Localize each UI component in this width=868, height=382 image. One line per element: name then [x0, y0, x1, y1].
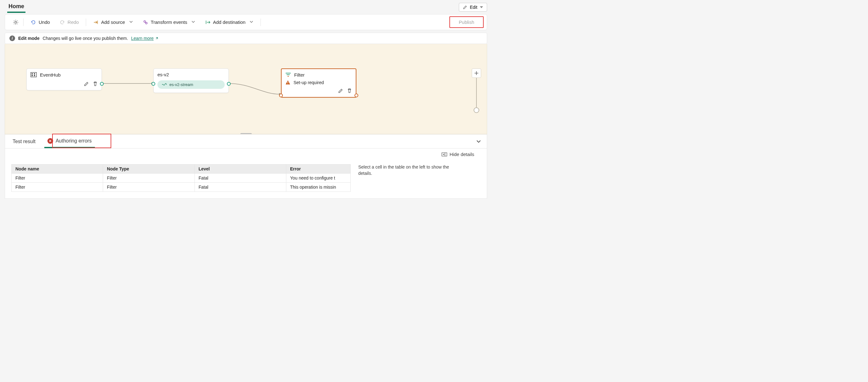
transform-label: Transform events	[151, 20, 187, 25]
node-edit-button[interactable]	[338, 88, 344, 94]
svg-rect-11	[287, 83, 288, 84]
errors-table[interactable]: Node name Node Type Level Error Filter F…	[11, 164, 351, 192]
stream-name: es-v2-stream	[169, 82, 193, 87]
cell-node-name[interactable]: Filter	[12, 174, 103, 183]
chevron-down-icon	[191, 20, 195, 25]
transform-icon	[143, 20, 148, 25]
stream-icon	[162, 82, 167, 87]
tab-test-result[interactable]: Test result	[9, 135, 39, 147]
learn-more-link[interactable]: Learn more	[131, 36, 159, 41]
zoom-handle[interactable]	[474, 107, 479, 113]
node-eventhub-title: EventHub	[40, 72, 61, 77]
output-port[interactable]	[354, 94, 358, 97]
col-node-type[interactable]: Node Type	[103, 165, 194, 174]
cell-error[interactable]: This operation is missin	[286, 183, 350, 192]
pencil-icon	[338, 88, 343, 93]
external-link-icon	[155, 36, 159, 40]
info-icon: i	[9, 35, 15, 41]
col-node-name[interactable]: Node name	[12, 165, 103, 174]
edit-mode-banner: i Edit mode Changes will go live once yo…	[5, 33, 487, 44]
panel-collapse-icon	[441, 152, 447, 157]
svg-rect-9	[34, 75, 35, 76]
collapse-panel-button[interactable]	[475, 137, 483, 145]
undo-button[interactable]: Undo	[28, 18, 53, 27]
node-eventhub[interactable]: EventHub	[26, 68, 102, 91]
edit-mode-message: Changes will go live once you publish th…	[43, 36, 128, 41]
undo-icon	[30, 20, 36, 25]
add-node-button[interactable]	[472, 68, 481, 78]
node-filter-title: Filter	[294, 72, 305, 77]
redo-button[interactable]: Redo	[57, 18, 82, 27]
publish-button[interactable]: Publish	[450, 16, 484, 28]
learn-more-label: Learn more	[131, 36, 154, 41]
hide-details-button[interactable]: Hide details	[441, 151, 474, 157]
table-row[interactable]: Filter Filter Fatal This operation is mi…	[12, 183, 351, 192]
stream-pill[interactable]: es-v2-stream	[157, 80, 225, 89]
tab-test-result-label: Test result	[12, 139, 35, 144]
svg-rect-7	[34, 73, 35, 74]
node-filter[interactable]: Filter Set-up required	[281, 68, 356, 98]
output-port[interactable]	[100, 82, 104, 86]
col-level[interactable]: Level	[194, 165, 286, 174]
details-help-text: Select a cell in the table on the left t…	[358, 164, 453, 194]
table-header-row: Node name Node Type Level Error	[12, 165, 351, 174]
pencil-icon	[84, 81, 89, 86]
redo-icon	[59, 20, 65, 25]
node-edit-button[interactable]	[83, 81, 90, 87]
trash-icon	[347, 88, 352, 93]
caret-down-icon	[480, 6, 483, 8]
node-esv2[interactable]: es-v2 es-v2-stream	[153, 68, 229, 93]
add-source-button[interactable]: Add source	[91, 18, 136, 27]
node-delete-button[interactable]	[346, 88, 352, 94]
svg-rect-8	[32, 75, 33, 76]
input-port[interactable]	[152, 82, 155, 86]
output-port[interactable]	[227, 82, 231, 86]
header-bar: Home Edit	[2, 0, 490, 13]
filter-icon	[285, 72, 291, 77]
settings-button[interactable]	[12, 19, 19, 26]
plus-icon	[474, 71, 479, 76]
edit-dropdown-button[interactable]: Edit	[459, 3, 487, 12]
pencil-icon	[463, 5, 467, 9]
tab-authoring-errors-label: Authoring errors	[56, 138, 92, 144]
redo-label: Redo	[68, 20, 79, 25]
cell-level[interactable]: Fatal	[194, 183, 286, 192]
eventhub-icon	[30, 72, 37, 77]
transform-events-button[interactable]: Transform events	[140, 18, 198, 27]
errors-details-panel: Hide details Node name Node Type Level E…	[5, 148, 487, 199]
cell-node-name[interactable]: Filter	[12, 183, 103, 192]
hide-details-label: Hide details	[450, 151, 474, 157]
chevron-down-icon	[249, 20, 254, 25]
add-source-label: Add source	[101, 20, 125, 25]
tab-authoring-errors[interactable]: ✕ Authoring errors	[44, 134, 95, 148]
error-badge-icon: ✕	[48, 138, 53, 144]
cell-error[interactable]: You need to configure t	[286, 174, 350, 183]
cell-node-type[interactable]: Filter	[103, 174, 194, 183]
cell-node-type[interactable]: Filter	[103, 183, 194, 192]
trash-icon	[93, 81, 98, 86]
add-destination-label: Add destination	[213, 20, 245, 25]
add-destination-button[interactable]: Add destination	[203, 18, 256, 27]
toolbar: Undo Redo Add source Transform events Ad…	[5, 14, 487, 30]
col-error[interactable]: Error	[286, 165, 350, 174]
table-row[interactable]: Filter Filter Fatal You need to configur…	[12, 174, 351, 183]
warning-icon	[285, 80, 290, 85]
tab-home[interactable]: Home	[7, 1, 26, 13]
cell-level[interactable]: Fatal	[194, 174, 286, 183]
svg-rect-12	[442, 152, 447, 156]
node-delete-button[interactable]	[92, 81, 98, 87]
destination-out-icon	[205, 20, 211, 25]
chevron-down-icon	[476, 138, 482, 144]
svg-rect-5	[31, 72, 36, 77]
input-port[interactable]	[279, 94, 283, 97]
undo-label: Undo	[39, 20, 50, 25]
chevron-down-icon	[129, 20, 133, 25]
source-in-icon	[93, 20, 99, 25]
svg-point-0	[15, 21, 17, 23]
svg-rect-6	[32, 73, 33, 74]
gear-icon	[12, 19, 19, 26]
edit-label: Edit	[470, 5, 477, 10]
bottom-panel-tabs: Test result ✕ Authoring errors	[5, 134, 487, 148]
zoom-rail[interactable]	[476, 78, 477, 109]
pipeline-canvas[interactable]: EventHub es-v2 es-v2-stream Fil	[5, 44, 487, 134]
